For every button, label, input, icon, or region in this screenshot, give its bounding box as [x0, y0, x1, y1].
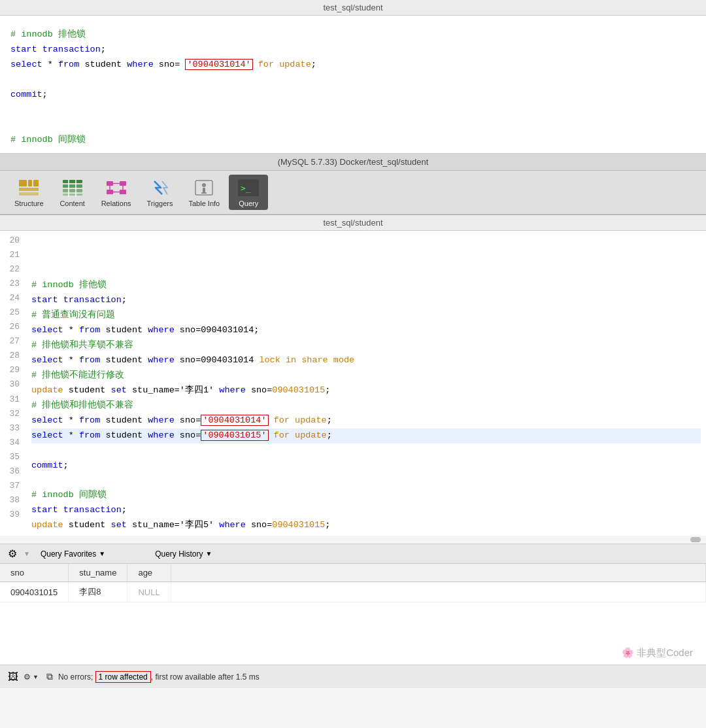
top-editor: # innodb 排他锁 start transaction; select *…: [0, 16, 706, 154]
content-label: Content: [59, 199, 85, 207]
svg-rect-11: [107, 181, 113, 186]
editor-line-32: select * from student where sno='0904031…: [31, 413, 701, 428]
table-info-button[interactable]: Table Info: [182, 175, 227, 210]
content-icon: [61, 177, 84, 198]
top-code-line-5: # innodb 间隙锁: [10, 133, 696, 148]
status-message: No errors; 1 row affected, first row ava…: [58, 672, 698, 682]
query-history-item[interactable]: Query History ▼: [155, 549, 212, 559]
cell-empty: [171, 582, 705, 602]
gear-icon[interactable]: ⚙: [8, 547, 17, 560]
col-sno: sno: [0, 564, 69, 582]
result-table: sno stu_name age 0904031015 李四8 NULL: [0, 564, 706, 602]
toolbar-section: (MySQL 5.7.33) Docker/test_sql/student S…: [0, 154, 706, 215]
svg-rect-14: [120, 190, 126, 194]
editor-line-21: [31, 248, 701, 263]
cell-stu-name: 李四8: [69, 582, 127, 602]
editor-line-39: update student set stu_name='李四5' where …: [31, 518, 701, 533]
top-code-line-3: select * from student where sno= '090403…: [10, 58, 696, 73]
svg-rect-21: [203, 188, 205, 193]
relations-icon: [105, 177, 128, 198]
editor-line-25: # 普通查询没有问题: [31, 308, 701, 323]
query-history-label: Query History: [155, 549, 203, 559]
watermark: 🌸 非典型Coder: [0, 642, 706, 665]
editor-line-22: [31, 263, 701, 278]
svg-text:>_: >_: [241, 183, 251, 193]
editor-line-26: select * from student where sno=09040310…: [31, 323, 701, 338]
top-code-line-4: commit;: [10, 88, 696, 103]
top-code-line-2: start transaction;: [10, 43, 696, 58]
svg-rect-6: [63, 184, 82, 188]
editor-line-20: [31, 234, 701, 249]
editor-line-31: # 排他锁和排他锁不兼容: [31, 398, 701, 413]
relations-button[interactable]: Relations: [95, 175, 138, 210]
editor-line-24: start transaction;: [31, 293, 701, 308]
code-lines: # innodb 排他锁 start transaction; # 普通查询没有…: [26, 234, 706, 534]
editor-line-23: # innodb 排他锁: [31, 278, 701, 293]
triggers-label: Triggers: [147, 199, 173, 207]
status-gear-button[interactable]: ⚙ ▼: [24, 672, 39, 682]
svg-rect-22: [201, 192, 207, 194]
structure-button[interactable]: Structure: [8, 175, 50, 210]
top-code-area: # innodb 排他锁 start transaction; select *…: [0, 22, 706, 153]
editor-line-34: [31, 443, 701, 459]
status-gear-arrow: ▼: [33, 674, 39, 680]
cell-sno: 0904031015: [0, 582, 69, 602]
line-numbers: 20 21 22 23 24 25 26 27 28 29 30 31 32 3…: [0, 234, 26, 534]
toolbar-title: (MySQL 5.7.33) Docker/test_sql/student: [0, 154, 706, 171]
editor-content: 20 21 22 23 24 25 26 27 28 29 30 31 32 3…: [0, 231, 706, 536]
svg-rect-0: [19, 180, 27, 186]
editor-line-27: # 排他锁和共享锁不兼容: [31, 338, 701, 353]
status-copy-icon[interactable]: ⧉: [46, 671, 53, 682]
svg-rect-5: [63, 180, 82, 183]
editor-line-29: # 排他锁不能进行修改: [31, 368, 701, 383]
editor-line-30: update student set stu_name='李四1' where …: [31, 383, 701, 398]
query-history-arrow: ▼: [206, 550, 212, 557]
query-favorites-label: Query Favorites: [41, 549, 96, 559]
query-icon: >_: [237, 177, 260, 198]
editor-line-37: # innodb 间隙锁: [31, 488, 701, 503]
editor-line-38: start transaction;: [31, 503, 701, 518]
svg-rect-12: [120, 181, 126, 186]
status-highlight: 1 row affected: [95, 671, 151, 683]
toolbar-buttons: Structure Content: [0, 171, 706, 215]
top-code-line-1: # innodb 排他锁: [10, 27, 696, 43]
col-stu-name: stu_name: [69, 564, 127, 582]
query-favorites-item[interactable]: Query Favorites ▼: [41, 549, 105, 559]
query-button[interactable]: >_ Query: [229, 175, 268, 210]
editor-line-35: commit;: [31, 459, 701, 474]
status-image-icon: 🖼: [8, 671, 18, 683]
triggers-icon: [148, 177, 172, 198]
table-info-icon: [192, 177, 216, 198]
svg-point-20: [202, 183, 206, 187]
col-age: age: [127, 564, 171, 582]
editor-line-28: select * from student where sno=09040310…: [31, 353, 701, 368]
result-area: ⚙ ▼ Query Favorites ▼ Query History ▼ sn…: [0, 544, 706, 665]
editor-line-33: select * from student where sno='0904031…: [31, 428, 701, 443]
col-empty: [171, 564, 705, 582]
query-label: Query: [239, 199, 258, 207]
svg-rect-1: [28, 180, 32, 186]
content-button[interactable]: Content: [53, 175, 92, 210]
status-bar: 🖼 ⚙ ▼ ⧉ No errors; 1 row affected, first…: [0, 665, 706, 688]
svg-rect-8: [63, 194, 82, 196]
triggers-button[interactable]: Triggers: [141, 175, 180, 210]
query-favorites-arrow: ▼: [99, 550, 105, 557]
scroll-indicator[interactable]: [690, 537, 701, 542]
svg-rect-2: [33, 180, 39, 186]
svg-rect-3: [19, 188, 39, 191]
main-editor-title: test_sql/student: [0, 215, 706, 231]
cell-age: NULL: [127, 582, 171, 602]
svg-rect-7: [63, 189, 82, 192]
structure-label: Structure: [14, 199, 44, 207]
scrollbar-area: [0, 536, 706, 544]
table-info-label: Table Info: [189, 199, 220, 207]
structure-icon: [17, 177, 41, 198]
top-editor-title: test_sql/student: [0, 0, 706, 16]
table-row: 0904031015 李四8 NULL: [0, 582, 706, 602]
result-toolbar: ⚙ ▼ Query Favorites ▼ Query History ▼: [0, 544, 706, 564]
status-gear-icon: ⚙: [24, 672, 31, 682]
empty-space: [0, 602, 706, 642]
svg-rect-4: [19, 192, 39, 196]
editor-line-36: [31, 474, 701, 489]
main-editor[interactable]: 20 21 22 23 24 25 26 27 28 29 30 31 32 3…: [0, 231, 706, 544]
